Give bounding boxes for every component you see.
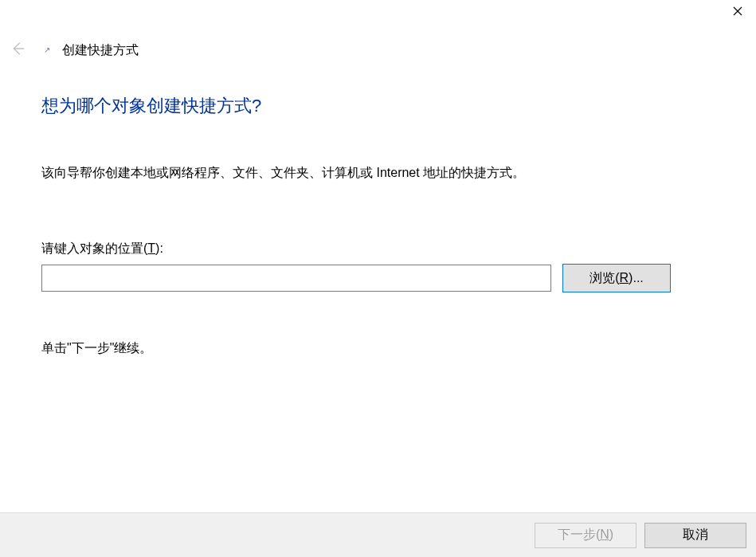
back-arrow-icon (9, 40, 26, 61)
close-button[interactable] (719, 0, 756, 24)
label-accelerator: T (147, 241, 155, 255)
next-pre: 下一步( (558, 528, 600, 541)
location-input[interactable] (41, 265, 551, 292)
label-post: ): (155, 241, 163, 255)
back-button (0, 40, 30, 61)
titlebar (0, 0, 756, 25)
location-label: 请键入对象的位置(T): (41, 241, 715, 257)
browse-button[interactable]: 浏览(R)... (562, 264, 671, 292)
main-heading: 想为哪个对象创建快捷方式? (41, 94, 715, 118)
cancel-label: 取消 (683, 528, 708, 541)
browse-accelerator: R (620, 271, 629, 284)
wizard-title: 创建快捷方式 (62, 42, 139, 59)
wizard-header: 创建快捷方式 (0, 40, 139, 61)
next-accelerator: N (600, 528, 609, 541)
browse-post: )... (629, 271, 644, 284)
close-icon (733, 6, 742, 18)
shortcut-arrow-icon (41, 45, 53, 56)
next-post: ) (609, 528, 613, 541)
label-pre: 请键入对象的位置( (41, 241, 147, 255)
browse-pre: 浏览( (590, 271, 619, 284)
continue-hint: 单击"下一步"继续。 (41, 340, 715, 357)
location-input-row: 浏览(R)... (41, 264, 715, 292)
description-text: 该向导帮你创建本地或网络程序、文件、文件夹、计算机或 Internet 地址的快… (41, 164, 715, 182)
wizard-footer: 下一步(N) 取消 (0, 512, 756, 557)
cancel-button[interactable]: 取消 (644, 523, 746, 548)
wizard-content: 想为哪个对象创建快捷方式? 该向导帮你创建本地或网络程序、文件、文件夹、计算机或… (41, 94, 715, 357)
next-button: 下一步(N) (535, 523, 637, 548)
